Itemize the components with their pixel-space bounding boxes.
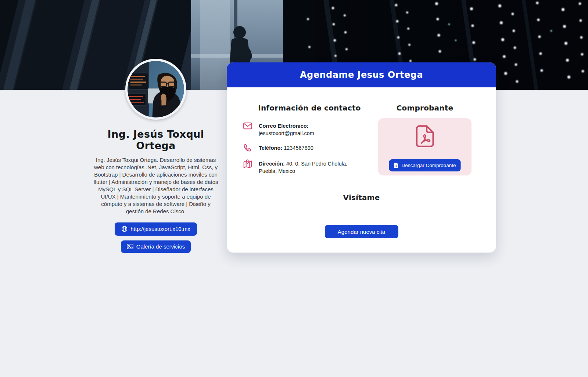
profile-name: Ing. Jesús Toxqui Ortega bbox=[90, 128, 222, 151]
contact-row-phone: Teléfono: 1234567890 bbox=[243, 143, 364, 153]
voucher-box: Descargar Comprobante bbox=[378, 118, 472, 175]
phone-icon bbox=[243, 143, 252, 153]
avatar-illustration bbox=[128, 61, 184, 117]
globe-icon bbox=[121, 226, 128, 232]
contact-row-email: Correo Electrónico: jesustoxort@gmail.co… bbox=[243, 121, 364, 137]
file-download-icon bbox=[394, 163, 399, 168]
contact-row-address: Dirección: #0, 0, San Pedro Cholula, Pue… bbox=[243, 159, 364, 175]
envelope-icon bbox=[243, 121, 252, 131]
gallery-button[interactable]: Galería de servicios bbox=[121, 240, 191, 253]
website-button-label: http://jesustoxort.x10.mx bbox=[130, 226, 190, 232]
download-voucher-button[interactable]: Descargar Comprobante bbox=[389, 159, 461, 171]
contact-heading: Información de contacto bbox=[242, 104, 377, 112]
profile-bio: Ing. Jesús Toxqui Ortega. Desarrollo de … bbox=[92, 156, 220, 215]
contact-value: 1234567890 bbox=[284, 145, 313, 151]
download-voucher-label: Descargar Comprobante bbox=[402, 163, 456, 168]
schedule-appointment-label: Agendar nueva cita bbox=[338, 229, 385, 235]
contact-label: Teléfono: bbox=[259, 145, 282, 151]
avatar-photo bbox=[128, 61, 184, 117]
contact-label: Correo Electrónico: bbox=[259, 123, 308, 129]
contact-info-list: Correo Electrónico: jesustoxort@gmail.co… bbox=[243, 121, 364, 181]
contact-value: jesustoxort@gmail.com bbox=[259, 130, 314, 136]
card-header: Agendame Jesus Ortega bbox=[227, 62, 496, 87]
profile-column: Ing. Jesús Toxqui Ortega Ing. Jesús Toxq… bbox=[90, 59, 222, 253]
schedule-appointment-button[interactable]: Agendar nueva cita bbox=[325, 225, 398, 238]
website-button[interactable]: http://jesustoxort.x10.mx bbox=[115, 222, 197, 236]
voucher-heading: Comprobante bbox=[378, 104, 472, 112]
visit-heading: Visítame bbox=[227, 193, 496, 202]
gallery-button-label: Galería de servicios bbox=[136, 243, 185, 250]
pdf-file-icon bbox=[415, 125, 434, 149]
card-title: Agendame Jesus Ortega bbox=[300, 70, 423, 80]
contact-label: Dirección: bbox=[259, 161, 285, 167]
avatar bbox=[125, 59, 186, 120]
map-icon bbox=[243, 159, 252, 168]
appointment-card: Agendame Jesus Ortega Información de con… bbox=[227, 62, 496, 253]
gallery-icon bbox=[127, 244, 133, 249]
